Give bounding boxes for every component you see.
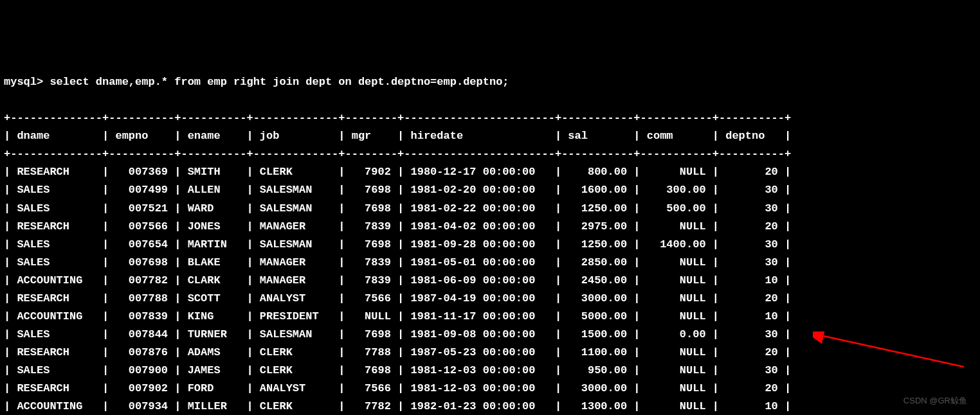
table-row: +--------------+----------+----------+--…	[4, 145, 976, 163]
query-line: mysql> select dname,emp.* from emp right…	[4, 73, 976, 91]
table-row: | SALES | 007900 | JAMES | CLERK | 7698 …	[4, 362, 976, 380]
table-row: | RESEARCH | 007566 | JONES | MANAGER | …	[4, 218, 976, 236]
table-row: | RESEARCH | 007902 | FORD | ANALYST | 7…	[4, 380, 976, 398]
table-row: +--------------+----------+----------+--…	[4, 109, 976, 127]
table-row: | SALES | 007844 | TURNER | SALESMAN | 7…	[4, 326, 976, 344]
table-row: | ACCOUNTING | 007782 | CLARK | MANAGER …	[4, 272, 976, 290]
result-table: +--------------+----------+----------+--…	[4, 109, 976, 415]
table-row: | RESEARCH | 007876 | ADAMS | CLERK | 77…	[4, 344, 976, 362]
table-row: | RESEARCH | 007788 | SCOTT | ANALYST | …	[4, 290, 976, 308]
table-row: | dname | empno | ename | job | mgr | hi…	[4, 127, 976, 145]
table-row: | SALES | 007499 | ALLEN | SALESMAN | 76…	[4, 181, 976, 199]
table-row: | SALES | 007521 | WARD | SALESMAN | 769…	[4, 200, 976, 218]
table-row: | ACCOUNTING | 007934 | MILLER | CLERK |…	[4, 398, 976, 415]
table-row: | SALES | 007654 | MARTIN | SALESMAN | 7…	[4, 236, 976, 254]
table-row: | ACCOUNTING | 007839 | KING | PRESIDENT…	[4, 308, 976, 326]
table-row: | RESEARCH | 007369 | SMITH | CLERK | 79…	[4, 163, 976, 181]
table-row: | SALES | 007698 | BLAKE | MANAGER | 783…	[4, 254, 976, 272]
mysql-prompt: mysql>	[4, 76, 50, 88]
sql-query: select dname,emp.* from emp right join d…	[50, 76, 509, 88]
watermark-text: CSDN @GR鲸鱼	[903, 394, 967, 407]
